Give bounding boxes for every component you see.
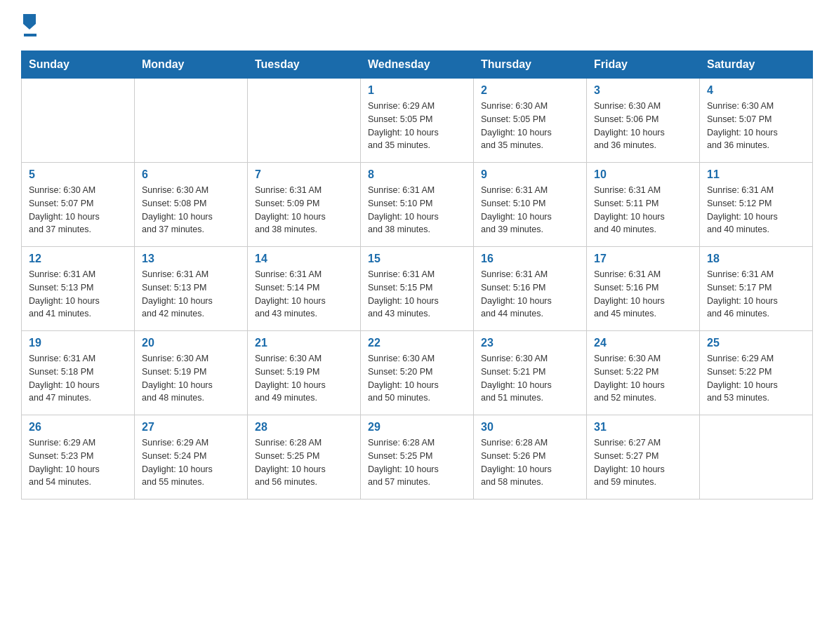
day-info: Sunrise: 6:31 AM Sunset: 5:17 PM Dayligh… (707, 268, 805, 321)
day-of-week-header: Friday (587, 51, 700, 79)
calendar-cell (22, 79, 135, 163)
day-number: 12 (29, 253, 127, 265)
calendar-body: 1Sunrise: 6:29 AM Sunset: 5:05 PM Daylig… (22, 79, 813, 499)
calendar-cell (700, 415, 813, 499)
day-number: 28 (255, 421, 353, 434)
calendar-cell: 31Sunrise: 6:27 AM Sunset: 5:27 PM Dayli… (587, 415, 700, 499)
day-number: 13 (142, 253, 240, 265)
day-of-week-header: Monday (135, 51, 248, 79)
calendar-cell: 6Sunrise: 6:30 AM Sunset: 5:08 PM Daylig… (135, 163, 248, 247)
calendar-cell: 10Sunrise: 6:31 AM Sunset: 5:11 PM Dayli… (587, 163, 700, 247)
calendar-cell: 14Sunrise: 6:31 AM Sunset: 5:14 PM Dayli… (248, 247, 361, 331)
calendar-week-row: 12Sunrise: 6:31 AM Sunset: 5:13 PM Dayli… (22, 247, 813, 331)
day-number: 14 (255, 253, 353, 265)
calendar-cell: 27Sunrise: 6:29 AM Sunset: 5:24 PM Dayli… (135, 415, 248, 499)
day-number: 17 (594, 253, 692, 265)
day-info: Sunrise: 6:31 AM Sunset: 5:10 PM Dayligh… (481, 184, 579, 236)
day-number: 7 (255, 168, 353, 181)
calendar-cell: 24Sunrise: 6:30 AM Sunset: 5:22 PM Dayli… (587, 331, 700, 415)
day-number: 27 (142, 421, 240, 434)
day-info: Sunrise: 6:28 AM Sunset: 5:25 PM Dayligh… (368, 436, 466, 489)
day-number: 9 (481, 168, 579, 181)
day-info: Sunrise: 6:31 AM Sunset: 5:12 PM Dayligh… (707, 184, 805, 236)
day-info: Sunrise: 6:31 AM Sunset: 5:14 PM Dayligh… (255, 268, 353, 321)
calendar-cell: 16Sunrise: 6:31 AM Sunset: 5:16 PM Dayli… (474, 247, 587, 331)
day-number: 8 (368, 168, 466, 181)
day-number: 15 (368, 253, 466, 265)
day-info: Sunrise: 6:31 AM Sunset: 5:15 PM Dayligh… (368, 268, 466, 321)
calendar-cell: 3Sunrise: 6:30 AM Sunset: 5:06 PM Daylig… (587, 79, 700, 163)
day-info: Sunrise: 6:29 AM Sunset: 5:23 PM Dayligh… (29, 436, 127, 489)
day-number: 6 (142, 168, 240, 181)
day-info: Sunrise: 6:31 AM Sunset: 5:18 PM Dayligh… (29, 352, 127, 405)
calendar-cell: 20Sunrise: 6:30 AM Sunset: 5:19 PM Dayli… (135, 331, 248, 415)
logo-arrow-icon (23, 14, 36, 32)
calendar-cell (248, 79, 361, 163)
day-info: Sunrise: 6:31 AM Sunset: 5:16 PM Dayligh… (481, 268, 579, 321)
day-info: Sunrise: 6:31 AM Sunset: 5:13 PM Dayligh… (29, 268, 127, 321)
day-info: Sunrise: 6:30 AM Sunset: 5:07 PM Dayligh… (707, 100, 805, 152)
day-info: Sunrise: 6:31 AM Sunset: 5:16 PM Dayligh… (594, 268, 692, 321)
calendar-cell: 15Sunrise: 6:31 AM Sunset: 5:15 PM Dayli… (361, 247, 474, 331)
day-number: 18 (707, 253, 805, 265)
day-of-week-header: Tuesday (248, 51, 361, 79)
day-of-week-header: Saturday (700, 51, 813, 79)
day-info: Sunrise: 6:31 AM Sunset: 5:11 PM Dayligh… (594, 184, 692, 236)
logo (21, 14, 39, 36)
day-info: Sunrise: 6:27 AM Sunset: 5:27 PM Dayligh… (594, 436, 692, 489)
svg-marker-0 (23, 14, 36, 29)
calendar-cell: 5Sunrise: 6:30 AM Sunset: 5:07 PM Daylig… (22, 163, 135, 247)
day-number: 25 (707, 337, 805, 349)
calendar-week-row: 1Sunrise: 6:29 AM Sunset: 5:05 PM Daylig… (22, 79, 813, 163)
calendar-cell: 2Sunrise: 6:30 AM Sunset: 5:05 PM Daylig… (474, 79, 587, 163)
calendar-cell: 22Sunrise: 6:30 AM Sunset: 5:20 PM Dayli… (361, 331, 474, 415)
day-info: Sunrise: 6:31 AM Sunset: 5:13 PM Dayligh… (142, 268, 240, 321)
calendar-cell (135, 79, 248, 163)
calendar-cell: 17Sunrise: 6:31 AM Sunset: 5:16 PM Dayli… (587, 247, 700, 331)
day-number: 4 (707, 84, 805, 97)
day-number: 29 (368, 421, 466, 434)
day-number: 3 (594, 84, 692, 97)
day-number: 26 (29, 421, 127, 434)
day-info: Sunrise: 6:29 AM Sunset: 5:24 PM Dayligh… (142, 436, 240, 489)
day-number: 23 (481, 337, 579, 349)
day-info: Sunrise: 6:30 AM Sunset: 5:07 PM Dayligh… (29, 184, 127, 236)
day-info: Sunrise: 6:29 AM Sunset: 5:22 PM Dayligh… (707, 352, 805, 405)
day-of-week-header: Thursday (474, 51, 587, 79)
day-number: 16 (481, 253, 579, 265)
page-header (21, 14, 813, 36)
day-info: Sunrise: 6:30 AM Sunset: 5:20 PM Dayligh… (368, 352, 466, 405)
day-of-week-header: Sunday (22, 51, 135, 79)
calendar-cell: 29Sunrise: 6:28 AM Sunset: 5:25 PM Dayli… (361, 415, 474, 499)
calendar-cell: 18Sunrise: 6:31 AM Sunset: 5:17 PM Dayli… (700, 247, 813, 331)
day-info: Sunrise: 6:30 AM Sunset: 5:06 PM Dayligh… (594, 100, 692, 152)
calendar-cell: 23Sunrise: 6:30 AM Sunset: 5:21 PM Dayli… (474, 331, 587, 415)
calendar-cell: 8Sunrise: 6:31 AM Sunset: 5:10 PM Daylig… (361, 163, 474, 247)
day-number: 22 (368, 337, 466, 349)
day-number: 20 (142, 337, 240, 349)
day-info: Sunrise: 6:31 AM Sunset: 5:09 PM Dayligh… (255, 184, 353, 236)
day-number: 30 (481, 421, 579, 434)
calendar-cell: 12Sunrise: 6:31 AM Sunset: 5:13 PM Dayli… (22, 247, 135, 331)
day-info: Sunrise: 6:30 AM Sunset: 5:22 PM Dayligh… (594, 352, 692, 405)
day-info: Sunrise: 6:30 AM Sunset: 5:19 PM Dayligh… (142, 352, 240, 405)
day-number: 1 (368, 84, 466, 97)
day-info: Sunrise: 6:30 AM Sunset: 5:21 PM Dayligh… (481, 352, 579, 405)
calendar-table: SundayMondayTuesdayWednesdayThursdayFrid… (21, 51, 813, 499)
calendar-week-row: 26Sunrise: 6:29 AM Sunset: 5:23 PM Dayli… (22, 415, 813, 499)
day-of-week-header: Wednesday (361, 51, 474, 79)
calendar-cell: 25Sunrise: 6:29 AM Sunset: 5:22 PM Dayli… (700, 331, 813, 415)
calendar-header: SundayMondayTuesdayWednesdayThursdayFrid… (22, 51, 813, 79)
calendar-cell: 26Sunrise: 6:29 AM Sunset: 5:23 PM Dayli… (22, 415, 135, 499)
day-info: Sunrise: 6:30 AM Sunset: 5:05 PM Dayligh… (481, 100, 579, 152)
day-number: 31 (594, 421, 692, 434)
calendar-cell: 13Sunrise: 6:31 AM Sunset: 5:13 PM Dayli… (135, 247, 248, 331)
calendar-cell: 30Sunrise: 6:28 AM Sunset: 5:26 PM Dayli… (474, 415, 587, 499)
day-number: 21 (255, 337, 353, 349)
calendar-cell: 11Sunrise: 6:31 AM Sunset: 5:12 PM Dayli… (700, 163, 813, 247)
calendar-cell: 4Sunrise: 6:30 AM Sunset: 5:07 PM Daylig… (700, 79, 813, 163)
calendar-cell: 9Sunrise: 6:31 AM Sunset: 5:10 PM Daylig… (474, 163, 587, 247)
day-info: Sunrise: 6:31 AM Sunset: 5:10 PM Dayligh… (368, 184, 466, 236)
day-number: 10 (594, 168, 692, 181)
calendar-week-row: 5Sunrise: 6:30 AM Sunset: 5:07 PM Daylig… (22, 163, 813, 247)
